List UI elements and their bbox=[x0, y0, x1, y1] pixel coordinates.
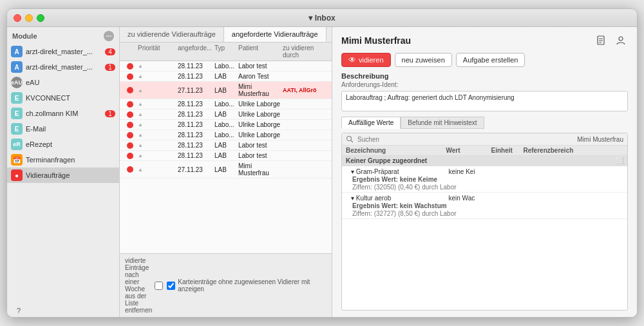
arzt1-label: arzt-direkt_master_... bbox=[26, 48, 102, 55]
bottom-right-label: Karteienträge ohne zugewiesenen Vidierer… bbox=[178, 278, 327, 292]
arzt2-icon: A bbox=[11, 61, 23, 73]
result-entry-gram: ▾ Gram-Präparat keine Kei Ergebnis Wert:… bbox=[342, 166, 627, 193]
table-row[interactable]: ▲ 28.11.23 Labo... Ulrike Laborge bbox=[120, 130, 332, 140]
table-row[interactable]: ▲ 28.11.23 Labo... Ulrike Laborge bbox=[120, 120, 332, 130]
eau-icon: eAU bbox=[11, 77, 23, 88]
kvconnect-label: KVCONNECT bbox=[26, 94, 115, 102]
table-row-selected[interactable]: ▲ 27.11.23 LAB Mimi Musterfrau AATI, All… bbox=[120, 82, 332, 99]
group-header: Keiner Gruppe zugeordnet ⬜ bbox=[342, 156, 627, 166]
search-patient-label: Mimi Musterfrau bbox=[577, 136, 623, 143]
col-angeforde: angeforde... bbox=[178, 44, 213, 59]
erezept-label: eRezept bbox=[26, 140, 115, 148]
eye-icon: 👁 bbox=[348, 55, 356, 64]
vidierauftraege-label: Vidieraufträge bbox=[26, 171, 115, 179]
tab-auffaellige[interactable]: Auffällige Werte bbox=[341, 117, 401, 129]
zollmann-label: ch.zollmann KIM bbox=[26, 110, 102, 117]
sidebar-add-icon[interactable]: ··· bbox=[104, 31, 114, 41]
svg-point-5 bbox=[347, 137, 352, 141]
bottom-bar-left: vidierte Einträge nach einer Woche aus d… bbox=[125, 257, 163, 314]
row-status-icon bbox=[127, 101, 133, 108]
gram-title: ▾ Gram-Präparat bbox=[351, 168, 449, 175]
email-label: E-Mail bbox=[26, 125, 115, 133]
arzt1-badge: 4 bbox=[105, 48, 115, 55]
search-input[interactable] bbox=[357, 136, 573, 143]
gram-ziffern: Ziffern: (32050) (0,40 €) durch Labor bbox=[351, 184, 623, 191]
sidebar-item-zollmann[interactable]: E ch.zollmann KIM 1 bbox=[7, 106, 119, 121]
col-wert: Wert bbox=[446, 147, 491, 154]
anforderungs-row: Anforderungs-Ident: bbox=[341, 81, 628, 88]
sidebar-item-email[interactable]: E E-Mail bbox=[7, 121, 119, 137]
result-entry-kultur: ▾ Kultur aerob kein Wac Ergebnis Wert: k… bbox=[342, 193, 627, 219]
sidebar-item-kvconnect[interactable]: E KVCONNECT bbox=[7, 90, 119, 106]
table-row[interactable]: ▲ 28.11.23 LAB Ulrike Laborge bbox=[120, 110, 332, 120]
tab-befunde[interactable]: Befunde mit Hinweistext bbox=[401, 117, 484, 129]
table-header: Priorität angeforde... Typ Patient zu vi… bbox=[120, 43, 332, 61]
maximize-button[interactable] bbox=[37, 14, 44, 22]
kvconnect-icon: E bbox=[11, 92, 23, 104]
col-einheit: Einheit bbox=[491, 147, 524, 154]
arzt1-icon: A bbox=[11, 46, 23, 57]
erezept-icon: eR bbox=[11, 139, 23, 150]
table-row[interactable]: ▲ 28.11.23 LAB Labor test bbox=[120, 140, 332, 151]
table-row[interactable]: ▲ 27.11.23 LAB Mimi Musterfrau bbox=[120, 161, 332, 178]
row-status-icon bbox=[127, 122, 133, 128]
kultur-ergebnis: Ergebnis Wert: kein Wachstum bbox=[351, 202, 623, 209]
sidebar-item-arzt1[interactable]: A arzt-direkt_master_... 4 bbox=[7, 44, 119, 59]
titlebar: ▾ Inbox bbox=[7, 9, 637, 27]
col-icon bbox=[124, 44, 137, 59]
main-content: Module ··· A arzt-direkt_master_... 4 A … bbox=[7, 27, 637, 317]
neu-zuweisen-button[interactable]: neu zuweisen bbox=[395, 53, 452, 67]
traffic-lights bbox=[14, 14, 44, 22]
sidebar-item-terminanfragen[interactable]: 📅 Terminanfragen bbox=[7, 152, 119, 168]
result-row: ▾ Kultur aerob kein Wac bbox=[351, 195, 623, 202]
zollmann-icon: E bbox=[11, 108, 23, 119]
col-typ: Typ bbox=[214, 44, 237, 59]
table-row[interactable]: ▲ 28.11.23 Labo... Ulrike Laborge bbox=[120, 99, 332, 110]
sidebar-header: Module ··· bbox=[7, 27, 119, 44]
gram-value: keine Kei bbox=[449, 168, 494, 175]
tab-bar: zu vidierende Vidieraufträge angefordert… bbox=[120, 27, 332, 43]
row-status-icon bbox=[127, 73, 133, 80]
eau-label: eAU bbox=[26, 79, 115, 86]
col-bezeichnung: Bezeichnung bbox=[346, 147, 446, 154]
laborauftrag-textbox: Laborauftrag ; Auftrag: generiert duch L… bbox=[341, 91, 628, 111]
sidebar-item-eau[interactable]: eAU eAU bbox=[7, 75, 119, 90]
col-prioritaet: Priorität bbox=[138, 44, 176, 59]
row-status-icon bbox=[127, 142, 133, 149]
patient-name: Mimi Musterfrau bbox=[341, 35, 411, 46]
sidebar-item-erezept[interactable]: eR eRezept bbox=[7, 137, 119, 152]
svg-point-4 bbox=[619, 37, 623, 41]
bottom-right-checkbox[interactable] bbox=[167, 282, 175, 290]
zollmann-badge: 1 bbox=[105, 110, 115, 117]
window-title: ▾ Inbox bbox=[308, 14, 335, 23]
beschreibung-label: Beschreibung bbox=[341, 72, 628, 80]
table-row[interactable]: ▲ 28.11.23 LAB Labor test bbox=[120, 151, 332, 161]
tab-angeforderte[interactable]: angeforderte Vidieraufträge bbox=[224, 27, 327, 42]
terminanfragen-label: Terminanfragen bbox=[26, 156, 115, 164]
kultur-value: kein Wac bbox=[449, 195, 494, 202]
results-body: Keiner Gruppe zugeordnet ⬜ ▾ Gram-Präpar… bbox=[342, 156, 627, 310]
document-icon[interactable] bbox=[594, 34, 609, 48]
person-icon[interactable] bbox=[614, 34, 628, 48]
sidebar-item-arzt2[interactable]: A arzt-direkt_master_... 1 bbox=[7, 59, 119, 75]
vidieren-button[interactable]: 👁 vidieren bbox=[341, 53, 391, 67]
row-status-icon bbox=[127, 87, 133, 93]
minimize-button[interactable] bbox=[25, 14, 33, 22]
arzt2-label: arzt-direkt_master_... bbox=[26, 63, 102, 71]
results-search: Mimi Musterfrau bbox=[342, 133, 627, 146]
main-window: ▾ Inbox Module ··· A arzt-direkt_master_… bbox=[6, 8, 638, 318]
middle-panel: zu vidierende Vidieraufträge angefordert… bbox=[120, 27, 332, 317]
close-button[interactable] bbox=[14, 14, 21, 22]
results-table-header: Bezeichnung Wert Einheit Referenzbereich bbox=[342, 146, 627, 156]
tab-zu-vidierende[interactable]: zu vidierende Vidieraufträge bbox=[120, 27, 224, 42]
aufgabe-erstellen-button[interactable]: Aufgabe erstellen bbox=[456, 53, 526, 67]
row-status-icon bbox=[127, 166, 133, 173]
table-body: ▲ 28.11.23 Labo... Labor test ▲ 28.11.23… bbox=[120, 61, 332, 253]
vidierauftraege-icon: ● bbox=[11, 169, 23, 181]
search-icon bbox=[346, 135, 354, 143]
sidebar-item-vidierauftraege[interactable]: ● Vidieraufträge bbox=[7, 168, 119, 183]
table-row[interactable]: ▲ 28.11.23 Labo... Labor test bbox=[120, 61, 332, 72]
help-button[interactable]: ? bbox=[14, 307, 23, 314]
bottom-left-checkbox[interactable] bbox=[155, 282, 163, 290]
table-row[interactable]: ▲ 28.11.23 LAB Aaron Test bbox=[120, 72, 332, 82]
